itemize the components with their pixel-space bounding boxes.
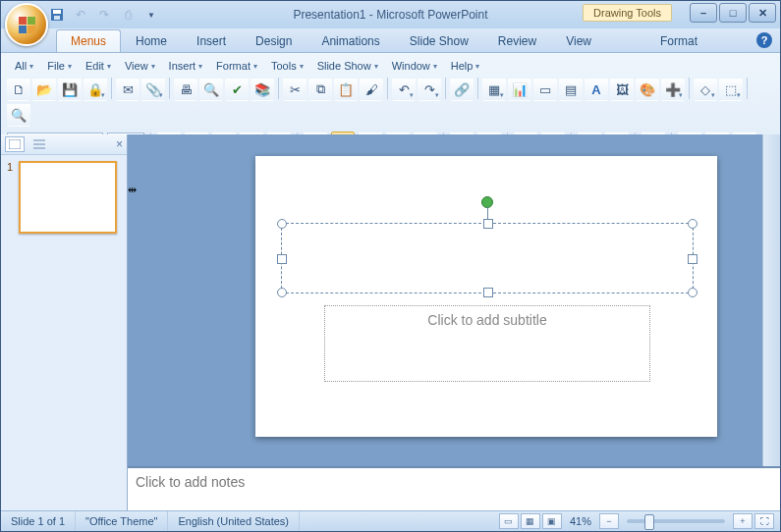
resize-handle[interactable] bbox=[688, 288, 697, 297]
hyperlink-icon[interactable]: 🔗 bbox=[450, 78, 474, 101]
close-pane-icon[interactable]: × bbox=[116, 137, 123, 151]
svg-rect-3 bbox=[9, 139, 21, 149]
table-icon[interactable]: ▦▾ bbox=[482, 78, 506, 101]
zoom-icon[interactable]: 🔍 bbox=[7, 103, 30, 127]
notes-pane[interactable]: Click to add notes bbox=[128, 466, 780, 511]
spellcheck-icon[interactable]: ✔ bbox=[225, 78, 249, 101]
menu-view[interactable]: View▾ bbox=[119, 58, 161, 74]
tab-format[interactable]: Format bbox=[645, 29, 712, 52]
cut-icon[interactable]: ✂ bbox=[283, 78, 307, 101]
app-name: Microsoft PowerPoint bbox=[376, 8, 487, 22]
new-icon[interactable]: 🗋 bbox=[7, 78, 30, 101]
menu-help[interactable]: Help▾ bbox=[445, 58, 486, 74]
tab-design[interactable]: Design bbox=[241, 29, 307, 52]
attach-icon[interactable]: 📎▾ bbox=[141, 78, 165, 101]
qat-undo-icon[interactable]: ↶ bbox=[72, 6, 89, 24]
paste-icon[interactable]: 📋 bbox=[334, 78, 358, 101]
office-button[interactable] bbox=[5, 3, 48, 46]
tab-view[interactable]: View bbox=[551, 29, 606, 52]
zoom-out-button[interactable]: − bbox=[599, 513, 619, 529]
resize-handle[interactable] bbox=[483, 219, 493, 229]
menu-slideshow[interactable]: Slide Show▾ bbox=[311, 58, 384, 74]
maximize-button[interactable]: □ bbox=[719, 3, 747, 23]
qat-dropdown-icon[interactable]: ▼ bbox=[142, 6, 160, 24]
tab-menus[interactable]: Menus bbox=[56, 29, 121, 52]
slide-canvas[interactable]: Click to add subtitle bbox=[255, 156, 717, 437]
header-footer-icon[interactable]: ▤ bbox=[559, 78, 583, 101]
clipart-icon[interactable]: 🎨 bbox=[636, 78, 659, 101]
slide-number: 1 bbox=[7, 161, 15, 234]
chart-icon[interactable]: 📊 bbox=[508, 78, 531, 101]
minimize-button[interactable]: – bbox=[690, 3, 717, 23]
print-icon[interactable]: 🖶 bbox=[174, 78, 197, 101]
menu-tools[interactable]: Tools▾ bbox=[265, 58, 309, 74]
slides-tab-icon[interactable] bbox=[5, 136, 25, 152]
vertical-scrollbar[interactable] bbox=[762, 134, 780, 466]
normal-view-button[interactable]: ▭ bbox=[499, 513, 519, 529]
svg-rect-2 bbox=[54, 16, 60, 20]
menu-all[interactable]: All▾ bbox=[9, 58, 39, 74]
wordart-icon[interactable]: A bbox=[585, 78, 608, 101]
arrange-icon[interactable]: ⬚▾ bbox=[719, 78, 743, 101]
slideshow-view-button[interactable]: ▣ bbox=[542, 513, 562, 529]
permission-icon[interactable]: 🔒▾ bbox=[84, 78, 107, 101]
outline-tab-icon[interactable] bbox=[30, 137, 48, 151]
status-theme: "Office Theme" bbox=[76, 511, 168, 531]
menu-window[interactable]: Window▾ bbox=[386, 58, 443, 74]
notes-placeholder: Click to add notes bbox=[136, 474, 245, 490]
qat-print-icon[interactable]: ⎙ bbox=[119, 6, 137, 24]
subtitle-placeholder-text: Click to add subtitle bbox=[427, 312, 546, 328]
menu-insert[interactable]: Insert▾ bbox=[163, 58, 209, 74]
email-icon[interactable]: ✉ bbox=[116, 78, 139, 101]
help-icon[interactable]: ? bbox=[756, 32, 772, 48]
tab-home[interactable]: Home bbox=[121, 29, 182, 52]
research-icon[interactable]: 📚 bbox=[251, 78, 274, 101]
tab-insert[interactable]: Insert bbox=[182, 29, 241, 52]
zoom-slider[interactable] bbox=[627, 519, 725, 523]
rotate-handle-icon[interactable] bbox=[481, 196, 493, 208]
status-slide: Slide 1 of 1 bbox=[1, 511, 76, 531]
resize-handle[interactable] bbox=[688, 219, 697, 229]
undo-icon[interactable]: ↶▾ bbox=[392, 78, 416, 101]
resize-handle[interactable] bbox=[277, 219, 287, 229]
print-preview-icon[interactable]: 🔍 bbox=[199, 78, 223, 101]
new-slide-icon[interactable]: ➕▾ bbox=[661, 78, 685, 101]
qat-redo-icon[interactable]: ↷ bbox=[95, 6, 113, 24]
fit-window-button[interactable]: ⛶ bbox=[754, 513, 774, 529]
shapes-icon[interactable]: ◇▾ bbox=[694, 78, 717, 101]
sorter-view-button[interactable]: ▦ bbox=[521, 513, 540, 529]
textbox-icon[interactable]: ▭ bbox=[533, 78, 557, 101]
status-language[interactable]: English (United States) bbox=[168, 511, 300, 531]
slide-mini-preview[interactable] bbox=[19, 161, 117, 234]
contextual-tab-label: Drawing Tools bbox=[583, 4, 672, 22]
resize-handle[interactable] bbox=[277, 254, 287, 264]
svg-rect-1 bbox=[53, 10, 61, 14]
doc-name: Presentation1 bbox=[293, 8, 365, 22]
tab-animations[interactable]: Animations bbox=[307, 29, 394, 52]
resize-handle[interactable] bbox=[277, 288, 287, 297]
resize-handle[interactable] bbox=[688, 254, 697, 264]
slide-thumb[interactable]: 1 bbox=[7, 161, 121, 234]
menu-edit[interactable]: Edit▾ bbox=[80, 58, 117, 74]
zoom-value[interactable]: 41% bbox=[570, 515, 591, 527]
zoom-in-button[interactable]: + bbox=[733, 513, 753, 529]
menu-file[interactable]: File▾ bbox=[41, 58, 78, 74]
redo-icon[interactable]: ↷▾ bbox=[418, 78, 441, 101]
open-icon[interactable]: 📂 bbox=[32, 78, 56, 101]
splitter-handle-icon[interactable]: ⇹ bbox=[127, 184, 137, 195]
format-painter-icon[interactable]: 🖌 bbox=[360, 78, 383, 101]
qat-save-icon[interactable] bbox=[48, 6, 66, 24]
copy-icon[interactable]: ⧉ bbox=[308, 78, 332, 101]
resize-handle[interactable] bbox=[483, 288, 493, 297]
title-placeholder-selected[interactable] bbox=[281, 223, 694, 293]
save-icon[interactable]: 💾 bbox=[58, 78, 82, 101]
close-button[interactable]: ✕ bbox=[749, 3, 776, 23]
tab-review[interactable]: Review bbox=[483, 29, 551, 52]
subtitle-placeholder[interactable]: Click to add subtitle bbox=[324, 305, 650, 382]
picture-icon[interactable]: 🖼 bbox=[610, 78, 634, 101]
menu-format[interactable]: Format▾ bbox=[210, 58, 263, 74]
tab-slideshow[interactable]: Slide Show bbox=[395, 29, 483, 52]
